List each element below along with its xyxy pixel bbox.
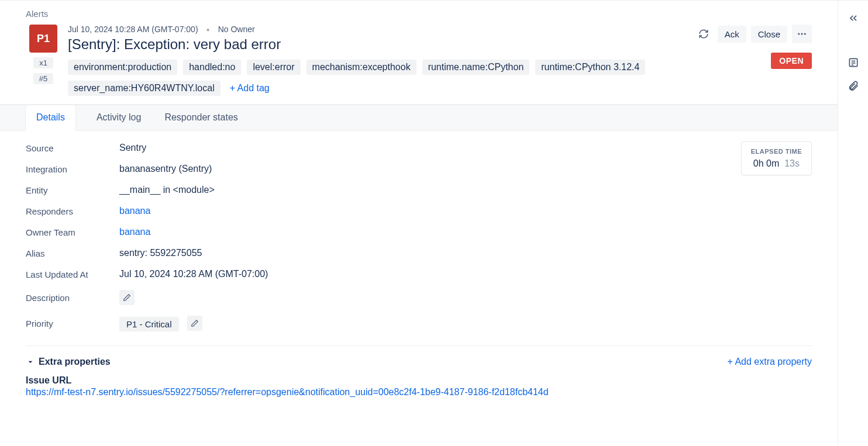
label-owner-team: Owner Team — [26, 227, 119, 237]
value-owner-team[interactable]: banana — [119, 227, 150, 237]
count-x-badge: x1 — [33, 57, 53, 68]
label-priority: Priority — [26, 319, 119, 329]
tag[interactable]: environment:production — [68, 60, 177, 75]
tag[interactable]: runtime:CPython 3.12.4 — [535, 60, 645, 75]
collapse-panel-icon[interactable] — [846, 11, 860, 25]
extra-properties-title: Extra properties — [39, 357, 111, 367]
refresh-icon[interactable] — [694, 25, 713, 43]
alert-title: [Sentry]: Exception: very bad error — [68, 36, 687, 53]
value-integration: bananasentry (Sentry) — [119, 164, 812, 174]
created-timestamp: Jul 10, 2024 10:28 AM (GMT-07:00) — [68, 25, 198, 34]
tab-details[interactable]: Details — [26, 105, 75, 131]
more-actions-button[interactable] — [792, 25, 812, 43]
right-rail — [838, 1, 868, 446]
add-extra-property-button[interactable]: + Add extra property — [727, 357, 812, 367]
label-integration: Integration — [26, 164, 119, 174]
label-responders: Responders — [26, 206, 119, 216]
tab-responder-states[interactable]: Responder states — [162, 105, 240, 130]
value-priority: P1 - Critical — [119, 317, 179, 331]
breadcrumb[interactable]: Alerts — [26, 9, 812, 19]
extra-properties-toggle[interactable]: Extra properties — [26, 357, 111, 367]
notes-icon[interactable] — [846, 56, 860, 70]
label-last-updated: Last Updated At — [26, 269, 119, 279]
ack-button[interactable]: Ack — [718, 26, 746, 43]
count-hash-badge: #5 — [33, 73, 53, 84]
divider — [26, 345, 812, 346]
status-badge: OPEN — [771, 53, 812, 69]
value-entity: __main__ in <module> — [119, 185, 812, 195]
tag[interactable]: runtime.name:CPython — [422, 60, 530, 75]
attachments-icon[interactable] — [846, 79, 860, 93]
tag[interactable]: server_name:HY60R4WTNY.local — [68, 81, 221, 96]
label-entity: Entity — [26, 185, 119, 195]
tab-activity-log[interactable]: Activity log — [94, 105, 143, 130]
issue-url-link[interactable]: https://mf-test-n7.sentry.io/issues/5592… — [26, 387, 812, 397]
edit-priority-button[interactable] — [187, 316, 202, 331]
close-button[interactable]: Close — [751, 26, 787, 43]
label-description: Description — [26, 293, 119, 303]
tabs-bar: Details Activity log Responder states — [0, 105, 838, 131]
label-alias: Alias — [26, 248, 119, 258]
svg-point-1 — [801, 33, 803, 35]
elapsed-time-card: ELAPSED TIME 0h 0m 13s — [741, 141, 812, 175]
value-responders[interactable]: banana — [119, 206, 150, 216]
elapsed-time-label: ELAPSED TIME — [751, 148, 802, 155]
chevron-down-icon — [26, 357, 35, 367]
edit-description-button[interactable] — [119, 290, 135, 305]
elapsed-hm: 0h 0m — [753, 158, 779, 168]
separator-dot: ● — [206, 26, 210, 33]
elapsed-sec: 13s — [784, 158, 800, 168]
svg-point-2 — [804, 33, 806, 35]
owner-text: No Owner — [218, 25, 255, 34]
label-source: Source — [26, 143, 119, 153]
tags-row: environment:production handled:no level:… — [68, 60, 687, 96]
tag[interactable]: level:error — [247, 60, 300, 75]
svg-point-0 — [798, 33, 800, 35]
value-alias: sentry: 5592275055 — [119, 248, 812, 258]
value-source: Sentry — [119, 143, 812, 153]
tag[interactable]: mechanism:excepthook — [306, 60, 416, 75]
add-tag-button[interactable]: + Add tag — [226, 83, 270, 94]
issue-url-label: Issue URL — [26, 375, 812, 386]
tag[interactable]: handled:no — [183, 60, 241, 75]
value-last-updated: Jul 10, 2024 10:28 AM (GMT-07:00) — [119, 269, 812, 279]
alert-header: Alerts P1 x1 #5 Jul 10, 2024 10:28 AM (G… — [0, 1, 838, 105]
priority-badge: P1 — [29, 25, 57, 53]
details-grid: Source Sentry Integration bananasentry (… — [26, 143, 812, 331]
